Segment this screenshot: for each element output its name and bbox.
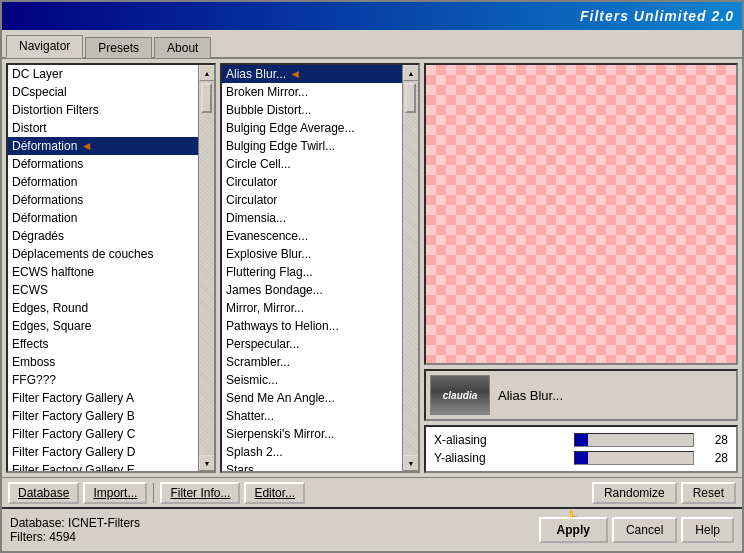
- filter-item[interactable]: Evanescence...: [222, 227, 402, 245]
- filter-item[interactable]: Circulator: [222, 191, 402, 209]
- category-list[interactable]: DC LayerDCspecialDistortion FiltersDisto…: [8, 65, 198, 471]
- category-item[interactable]: Filter Factory Gallery C: [8, 425, 198, 443]
- category-scroll-down[interactable]: ▼: [199, 455, 215, 471]
- category-item[interactable]: Filter Factory Gallery E: [8, 461, 198, 471]
- category-scroll-thumb[interactable]: [201, 83, 212, 113]
- filter-list-container: Alias Blur... ◄Broken Mirror...Bubble Di…: [220, 63, 420, 473]
- tab-bar: Navigator Presets About: [2, 30, 742, 59]
- filter-item[interactable]: Shatter...: [222, 407, 402, 425]
- claudia-watermark: claudia: [443, 390, 477, 401]
- preview-area: [424, 63, 738, 365]
- status-filters-count: 4594: [49, 530, 76, 544]
- filter-item[interactable]: James Bondage...: [222, 281, 402, 299]
- filter-item[interactable]: Splash 2...: [222, 443, 402, 461]
- category-item[interactable]: Effects: [8, 335, 198, 353]
- category-item[interactable]: Distort: [8, 119, 198, 137]
- status-buttons: 👆 Apply Cancel Help: [539, 517, 734, 543]
- category-item[interactable]: Emboss: [8, 353, 198, 371]
- category-item[interactable]: ECWS halftone: [8, 263, 198, 281]
- apply-button[interactable]: Apply: [539, 517, 608, 543]
- filter-item[interactable]: Sierpenski's Mirror...: [222, 425, 402, 443]
- main-content: DC LayerDCspecialDistortion FiltersDisto…: [2, 59, 742, 477]
- filter-item[interactable]: Stars...: [222, 461, 402, 471]
- category-item[interactable]: ECWS: [8, 281, 198, 299]
- randomize-button[interactable]: Randomize: [592, 482, 677, 504]
- filter-item[interactable]: Perspecular...: [222, 335, 402, 353]
- tab-about[interactable]: About: [154, 37, 211, 58]
- status-database-row: Database: ICNET-Filters: [10, 516, 519, 530]
- status-info: Database: ICNET-Filters Filters: 4594: [10, 516, 519, 544]
- category-item[interactable]: Filter Factory Gallery A: [8, 389, 198, 407]
- filter-thumbnail: claudia: [430, 375, 490, 415]
- category-item[interactable]: FFG???: [8, 371, 198, 389]
- category-item[interactable]: DC Layer: [8, 65, 198, 83]
- category-item[interactable]: Déformation: [8, 209, 198, 227]
- category-scroll-up[interactable]: ▲: [199, 65, 215, 81]
- filter-item[interactable]: Fluttering Flag...: [222, 263, 402, 281]
- param-row: X-aliasing 28: [430, 431, 732, 449]
- category-item[interactable]: Distortion Filters: [8, 101, 198, 119]
- filter-item[interactable]: Broken Mirror...: [222, 83, 402, 101]
- filter-scroll-track: [403, 81, 418, 455]
- category-item[interactable]: Déformation ◄: [8, 137, 198, 155]
- status-database-label: Database:: [10, 516, 65, 530]
- filter-info-button[interactable]: Filter Info...: [160, 482, 240, 504]
- filter-scrollbar[interactable]: ▲ ▼: [402, 65, 418, 471]
- filter-item[interactable]: Seismic...: [222, 371, 402, 389]
- filter-item[interactable]: Send Me An Angle...: [222, 389, 402, 407]
- tab-presets[interactable]: Presets: [85, 37, 152, 58]
- param-value: 28: [698, 451, 728, 465]
- param-row: Y-aliasing 28: [430, 449, 732, 467]
- editor-button[interactable]: Editor...: [244, 482, 305, 504]
- bottom-toolbar: Database Import... Filter Info... Editor…: [2, 477, 742, 507]
- filter-item[interactable]: Scrambler...: [222, 353, 402, 371]
- status-filters-label: Filters:: [10, 530, 46, 544]
- category-item[interactable]: Déformations: [8, 191, 198, 209]
- import-button[interactable]: Import...: [83, 482, 147, 504]
- param-label: Y-aliasing: [434, 451, 570, 465]
- param-slider[interactable]: [574, 433, 694, 447]
- category-item[interactable]: Edges, Square: [8, 317, 198, 335]
- filter-item[interactable]: Explosive Blur...: [222, 245, 402, 263]
- category-scroll-track: [199, 81, 214, 455]
- tab-navigator[interactable]: Navigator: [6, 35, 83, 58]
- category-item[interactable]: Dégradés: [8, 227, 198, 245]
- category-item[interactable]: Déformations: [8, 155, 198, 173]
- filter-scroll-down[interactable]: ▼: [403, 455, 419, 471]
- category-item[interactable]: Déformation: [8, 173, 198, 191]
- preview-checkerboard: [426, 65, 736, 363]
- cancel-button[interactable]: Cancel: [612, 517, 677, 543]
- filter-name-display: Alias Blur...: [498, 388, 732, 403]
- filter-item[interactable]: Circle Cell...: [222, 155, 402, 173]
- filter-item[interactable]: Bulging Edge Average...: [222, 119, 402, 137]
- filter-list[interactable]: Alias Blur... ◄Broken Mirror...Bubble Di…: [222, 65, 402, 471]
- filter-scroll-up[interactable]: ▲: [403, 65, 419, 81]
- category-panel: DC LayerDCspecialDistortion FiltersDisto…: [6, 63, 216, 473]
- category-item[interactable]: Filter Factory Gallery D: [8, 443, 198, 461]
- filter-item[interactable]: Bubble Distort...: [222, 101, 402, 119]
- filter-item[interactable]: Bulging Edge Twirl...: [222, 137, 402, 155]
- status-database-value: ICNET-Filters: [68, 516, 140, 530]
- category-item[interactable]: Filter Factory Gallery B: [8, 407, 198, 425]
- status-bar: Database: ICNET-Filters Filters: 4594 👆 …: [2, 507, 742, 551]
- filter-item[interactable]: Alias Blur... ◄: [222, 65, 402, 83]
- category-item[interactable]: Déplacements de couches: [8, 245, 198, 263]
- param-slider[interactable]: [574, 451, 694, 465]
- filter-scroll-thumb[interactable]: [405, 83, 416, 113]
- category-item[interactable]: DCspecial: [8, 83, 198, 101]
- filter-item[interactable]: Pathways to Helion...: [222, 317, 402, 335]
- filter-item[interactable]: Circulator: [222, 173, 402, 191]
- filter-item[interactable]: Mirror, Mirror...: [222, 299, 402, 317]
- params-panel: X-aliasing 28 Y-aliasing 28: [424, 425, 738, 473]
- database-button[interactable]: Database: [8, 482, 79, 504]
- param-value: 28: [698, 433, 728, 447]
- reset-button[interactable]: Reset: [681, 482, 736, 504]
- status-filters-row: Filters: 4594: [10, 530, 519, 544]
- param-label: X-aliasing: [434, 433, 570, 447]
- category-item[interactable]: Edges, Round: [8, 299, 198, 317]
- title-bar-text: Filters Unlimited 2.0: [580, 8, 734, 24]
- filter-info-box: claudia Alias Blur...: [424, 369, 738, 421]
- filter-item[interactable]: Dimensia...: [222, 209, 402, 227]
- category-scrollbar[interactable]: ▲ ▼: [198, 65, 214, 471]
- help-button[interactable]: Help: [681, 517, 734, 543]
